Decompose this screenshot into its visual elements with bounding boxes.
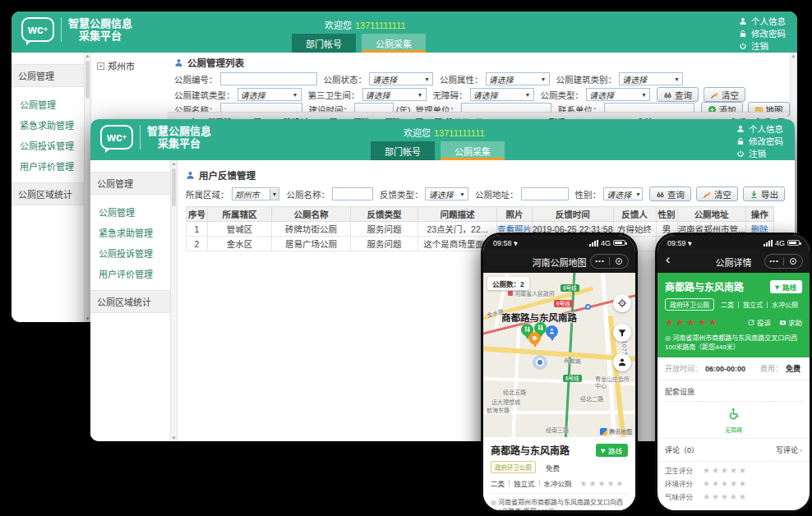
dropdown-arrow-icon[interactable]: ▼ (270, 189, 279, 200)
sidebar-nav: 公厕管理 公厕管理 紧急求助管理 公厕投诉管理 用户评价管理 公厕区域统计 (90, 160, 170, 441)
tab-toilet-collect[interactable]: 公厕采集 (441, 141, 505, 160)
wechat-capsule: ••• (590, 254, 629, 269)
map-label: 经北二路 (580, 394, 603, 403)
sidebar-item-complaint[interactable]: 公厕投诉管理 (12, 136, 84, 156)
build-class-select[interactable]: 请选择▼ (619, 72, 683, 85)
accessible-select[interactable]: 请选择▼ (470, 88, 534, 101)
location-arrow-icon (514, 240, 519, 246)
toilet-status-select[interactable]: 请选择▼ (369, 72, 433, 85)
sidebar-item-emergency[interactable]: 紧急求助管理 (12, 115, 84, 136)
toilet-name-input[interactable] (332, 187, 373, 200)
menu-profile[interactable]: 个人信息 (739, 15, 786, 27)
toilet-type-select[interactable]: 请选择▼ (586, 88, 650, 101)
sidebar-group-stats[interactable]: 公厕区域统计 (12, 182, 84, 205)
menu-profile[interactable]: 个人信息 (736, 122, 783, 135)
divider (61, 17, 62, 42)
menu-logout[interactable]: 注销 (739, 39, 786, 52)
gender-select[interactable]: 请选择▼ (603, 187, 643, 200)
navigate-icon (775, 283, 781, 290)
sidebar-item-manage[interactable]: 公厕管理 (12, 94, 84, 115)
tree-node-zhengzhou[interactable]: + 郑州市 (97, 59, 163, 72)
query-button[interactable]: 查询 (649, 187, 691, 201)
build-type-select[interactable]: 请选择▼ (238, 88, 302, 101)
current-location-dot (536, 358, 544, 366)
person-icon (186, 171, 195, 180)
cluster-marker-icon[interactable] (528, 332, 541, 344)
feedback-type-select[interactable]: 请选择▼ (425, 187, 468, 200)
tab-toilet-collect[interactable]: 公厕采集 (362, 34, 426, 53)
complaint-button[interactable]: 投诉 (748, 317, 771, 327)
scroll-down-icon[interactable]: ▼ (171, 435, 177, 440)
toilet-address-input[interactable] (521, 187, 569, 200)
sidebar-group-manage[interactable]: 公厕管理 (90, 172, 170, 195)
tree-node-label[interactable]: 郑州市 (108, 59, 135, 72)
menu-change-password[interactable]: 修改密码 (739, 27, 786, 39)
scroll-thumb[interactable] (85, 61, 90, 99)
rating-stars: ★★★★★ (665, 316, 720, 328)
map-label: 青龙山庄会所中心 (595, 376, 630, 389)
more-icon[interactable]: ••• (765, 255, 783, 268)
scroll-up-icon[interactable]: ▲ (171, 161, 177, 166)
scroll-thumb[interactable] (172, 168, 176, 206)
wheelchair-icon (727, 408, 740, 421)
toilet-info-card[interactable]: 商都路与东风南路 路线 政府环卫公厕 免费 二类 独立式 水冲公厕 ★★★★★ … (483, 437, 635, 510)
toilet-attr-select[interactable]: 请选择▼ (486, 72, 550, 85)
back-icon[interactable]: ‹ (666, 252, 670, 267)
metro-badge: 8号线 (563, 375, 582, 382)
toilet-no-input[interactable] (220, 72, 317, 85)
rating-stars: ★★★★★ (703, 479, 748, 488)
help-button[interactable]: 求助 (779, 317, 802, 327)
person-icon (739, 17, 747, 25)
welcome-text: 欢迎您13711111111 (404, 126, 485, 139)
tab-department-account[interactable]: 部门帐号 (371, 141, 435, 160)
user-button[interactable] (613, 353, 631, 371)
sidebar-scrollbar[interactable]: ▲ ▼ (170, 160, 178, 441)
dropdown-arrow-icon: ▼ (293, 92, 298, 98)
battery-icon (613, 240, 625, 246)
close-minimize-icon[interactable] (784, 258, 802, 265)
close-minimize-icon[interactable] (610, 258, 628, 265)
main-tabs: 部门帐号 公厕采集 (292, 34, 426, 53)
tree-expand-icon[interactable]: + (97, 62, 104, 70)
menu-change-password[interactable]: 修改密码 (736, 135, 783, 147)
clear-button[interactable]: 清空 (704, 87, 745, 102)
sidebar-item-review[interactable]: 用户评价管理 (90, 264, 170, 284)
chevron-right-icon: › (800, 446, 802, 454)
sidebar-item-complaint[interactable]: 公厕投诉管理 (90, 243, 170, 264)
sidebar-item-manage[interactable]: 公厕管理 (90, 202, 170, 223)
field-label: 公厕名称： (286, 188, 330, 200)
metro-station-icon (585, 304, 591, 310)
route-button[interactable]: 路线 (770, 280, 802, 293)
query-button[interactable]: 查询 (657, 87, 699, 102)
phone-detail-screenshot: 09:59 4G ‹ 公厕详情 ••• 商都路与东风南路 (655, 233, 812, 513)
sidebar-item-review[interactable]: 用户评价管理 (12, 156, 84, 177)
map-canvas[interactable]: 8号线 6号线 8号线 河南省人民政府 金水路 商都路与东风南路 商都路 107… (483, 273, 635, 437)
sidebar-group-stats[interactable]: 公厕区域统计 (90, 290, 170, 313)
toilet-name: 商都路与东风南路 (491, 443, 570, 457)
sidebar-group-manage[interactable]: 公厕管理 (12, 64, 84, 87)
more-icon[interactable]: ••• (591, 255, 609, 268)
rating-stars: ★★★★★ (580, 479, 625, 488)
facilities-section: 配套设施 无障碍 (657, 380, 810, 439)
field-label: 公厕建筑类别： (556, 73, 617, 85)
scroll-down-icon[interactable]: ▼ (85, 316, 90, 321)
export-button[interactable]: 导出 (743, 187, 785, 201)
route-button[interactable]: 路线 (596, 444, 628, 457)
dropdown-arrow-icon: ▼ (635, 191, 641, 197)
clear-button[interactable]: 清空 (696, 187, 738, 201)
mini-program-navbar: 河南公厕地图 ••• (483, 251, 635, 273)
scroll-up-icon[interactable]: ▲ (791, 53, 796, 58)
region-combobox[interactable]: 郑州市▼ (232, 187, 280, 200)
menu-logout[interactable]: 注销 (736, 147, 783, 159)
scroll-up-icon[interactable]: ▲ (85, 53, 90, 58)
third-restroom-select[interactable]: 请选择▼ (362, 88, 427, 101)
poi-marker-icon[interactable] (546, 325, 558, 338)
toilet-address: ◎ 河南省郑州市商都路与东风南路交叉口向西100米路南（距您449米） (665, 334, 802, 352)
locate-button[interactable] (613, 294, 631, 312)
help-box-icon (779, 319, 787, 326)
write-comment-link[interactable]: 写评论› (776, 445, 802, 455)
field-label: 公厕属性： (440, 73, 483, 85)
tab-department-account[interactable]: 部门帐号 (292, 34, 356, 53)
filter-button[interactable] (613, 324, 631, 342)
sidebar-item-emergency[interactable]: 紧急求助管理 (90, 223, 170, 243)
